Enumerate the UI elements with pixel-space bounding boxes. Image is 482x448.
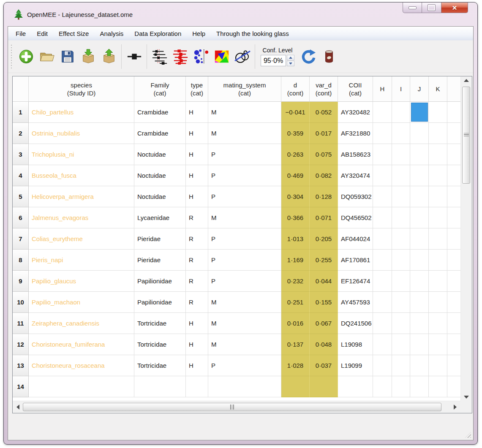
cell-type[interactable]: H [186,186,208,207]
cell-i[interactable] [392,144,410,165]
cell-h[interactable] [373,271,392,292]
cell-j[interactable] [410,250,429,271]
cell-h[interactable] [373,123,392,144]
cell-i[interactable] [392,355,410,376]
cell-mating-system[interactable]: P [208,250,281,271]
refresh-button[interactable] [298,44,319,69]
cell-coii[interactable]: AY320474 [338,165,373,186]
spin-up-button[interactable] [287,55,294,60]
cell-coii[interactable]: DQ059302 [338,186,373,207]
header-species[interactable]: species (Study ID) [29,76,134,102]
cell-var-d[interactable]: 0·071 [310,207,338,228]
row-number[interactable]: 10 [13,292,29,313]
cell-mating-system[interactable]: P [208,165,281,186]
cell-coii[interactable]: DQ456502 [338,207,373,228]
conf-level-input[interactable]: 95·0% [261,55,286,66]
cell-family[interactable]: Lycaenidae [134,207,186,228]
cell-h[interactable] [373,376,392,397]
cell-var-d[interactable]: 0·128 [310,186,338,207]
cell-type[interactable]: R [186,292,208,313]
cell-mating-system[interactable]: P [208,355,281,376]
cell-species[interactable]: Trichoplusia_ni [29,144,134,165]
cell-family[interactable]: Tortricidae [134,355,186,376]
cell-var-d[interactable]: 0·067 [310,313,338,334]
cell-species[interactable]: Jalmenus_evagoras [29,207,134,228]
header-coii[interactable]: COII (cat) [338,76,373,102]
cell-mating-system[interactable]: M [208,102,281,123]
cell-i[interactable] [392,123,410,144]
cell-type[interactable]: R [186,207,208,228]
cell-species[interactable]: Papilio_machaon [29,292,134,313]
row-number[interactable]: 3 [13,144,29,165]
cell-k[interactable] [429,186,447,207]
new-project-button[interactable] [16,44,36,69]
cell-family[interactable]: Tortricidae [134,313,186,334]
cell-type[interactable] [186,376,208,397]
cell-species[interactable]: Chilo_partellus [29,102,134,123]
scroll-right-icon[interactable] [454,405,457,410]
cell-j[interactable] [410,186,429,207]
cell-var-d[interactable]: 0·255 [310,250,338,271]
cell-k[interactable] [429,355,447,376]
cell-family[interactable]: Crambidae [134,123,186,144]
cell-d[interactable] [281,376,310,397]
scroll-up-icon[interactable] [464,79,469,82]
cell-coii[interactable]: AB158623 [338,144,373,165]
cell-mating-system[interactable] [208,376,281,397]
open-button[interactable] [36,44,57,69]
cell-var-d[interactable]: 0·155 [310,292,338,313]
header-type[interactable]: type (cat) [186,76,208,102]
cell-type[interactable]: H [186,355,208,376]
cell-d[interactable]: 1·013 [281,228,310,250]
menu-edit[interactable]: Edit [31,27,53,40]
cell-family[interactable] [134,376,186,397]
cell-family[interactable]: Papilionidae [134,292,186,313]
cell-var-d[interactable]: 0·048 [310,334,338,355]
cell-species[interactable]: Helicoverpa_armigera [29,186,134,207]
cell-type[interactable]: R [186,250,208,271]
cell-d[interactable]: 1·169 [281,250,310,271]
cell-h[interactable] [373,313,392,334]
cell-d[interactable]: 0·251 [281,292,310,313]
cell-type[interactable]: H [186,313,208,334]
row-number[interactable]: 6 [13,207,29,228]
cell-family[interactable]: Noctuidae [134,165,186,186]
row-number[interactable]: 2 [13,123,29,144]
cell-i[interactable] [392,186,410,207]
cell-d[interactable]: 0·359 [281,123,310,144]
row-number[interactable]: 11 [13,313,29,334]
cell-coii[interactable]: EF126474 [338,271,373,292]
cell-d[interactable]: 0·304 [281,186,310,207]
cell-k[interactable] [429,165,447,186]
phylogenetics-button[interactable] [232,44,253,69]
cell-mating-system[interactable]: P [208,144,281,165]
cell-k[interactable] [429,228,447,250]
cell-d[interactable]: 0·469 [281,165,310,186]
cell-d[interactable]: 0·366 [281,207,310,228]
cell-family[interactable]: Noctuidae [134,144,186,165]
cell-mating-system[interactable]: M [208,292,281,313]
cell-coii[interactable]: L19099 [338,355,373,376]
cell-i[interactable] [392,250,410,271]
forest-plot-button[interactable] [149,44,170,69]
scroll-down-icon[interactable] [464,396,469,399]
cell-coii[interactable]: AF044024 [338,228,373,250]
minimize-button[interactable] [403,3,422,13]
cell-j[interactable] [410,376,429,397]
scatter-plot-button[interactable] [191,44,211,69]
cell-j[interactable] [410,228,429,250]
cell-mating-system[interactable]: P [208,271,281,292]
cell-j[interactable] [410,123,429,144]
cell-mating-system[interactable]: P [208,186,281,207]
cell-var-d[interactable]: 0·205 [310,228,338,250]
cell-type[interactable]: R [186,228,208,250]
header-i[interactable]: I [392,76,410,102]
horizontal-scrollbar[interactable] [13,401,461,413]
close-button[interactable]: ✕ [441,3,468,13]
cell-h[interactable] [373,355,392,376]
menu-file[interactable]: File [10,27,31,40]
cell-d[interactable]: 0·016 [281,313,310,334]
cell-d[interactable]: 0·232 [281,271,310,292]
cell-i[interactable] [392,313,410,334]
row-number[interactable]: 1 [13,102,29,123]
